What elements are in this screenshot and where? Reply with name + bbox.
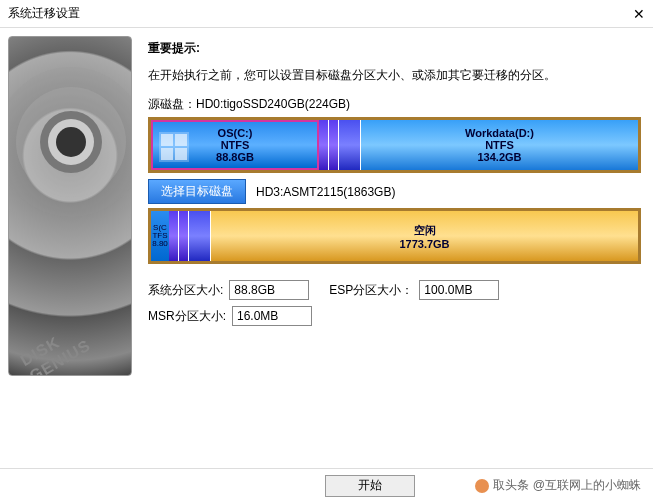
partition-gap[interactable]: [189, 211, 211, 261]
avatar-icon: [475, 479, 489, 493]
partition-gap[interactable]: [339, 120, 361, 170]
part-size: 1773.7GB: [399, 238, 449, 250]
field-msr-size: MSR分区大小:: [148, 306, 312, 326]
main-area: 重要提示: 在开始执行之前，您可以设置目标磁盘分区大小、或添加其它要迁移的分区。…: [0, 28, 653, 468]
sys-size-input[interactable]: [229, 280, 309, 300]
part-fs: NTFS: [485, 139, 514, 151]
part-size: 134.2GB: [477, 151, 521, 163]
msr-size-input[interactable]: [232, 306, 312, 326]
partition-target-os[interactable]: S(C TFS 8.80: [151, 211, 169, 261]
target-disk-bar: S(C TFS 8.80 空闲 1773.7GB: [148, 208, 641, 264]
partition-gap[interactable]: [179, 211, 189, 261]
sidebar: [0, 28, 140, 468]
label: ESP分区大小：: [329, 282, 413, 299]
partition-workdata-d[interactable]: Workdata(D:) NTFS 134.2GB: [361, 120, 638, 170]
field-sys-size: 系统分区大小:: [148, 280, 309, 300]
source-disk-label: 源磁盘：HD0:tigoSSD240GB(224GB): [148, 96, 641, 113]
target-disk-label: HD3:ASMT2115(1863GB): [256, 185, 395, 199]
footer-credit: 取头条 @互联网上的小蜘蛛: [475, 477, 641, 494]
partition-gap[interactable]: [169, 211, 179, 261]
esp-size-input[interactable]: [419, 280, 499, 300]
hint-title: 重要提示:: [148, 40, 641, 57]
partition-gap[interactable]: [319, 120, 329, 170]
source-disk-bar: OS(C:) NTFS 88.8GB Workdata(D:) NTFS 134…: [148, 117, 641, 173]
hint-text: 在开始执行之前，您可以设置目标磁盘分区大小、或添加其它要迁移的分区。: [148, 67, 641, 84]
disk-illustration: [8, 36, 132, 376]
part-name: Workdata(D:): [465, 127, 534, 139]
footer: 开始 取头条 @互联网上的小蜘蛛: [0, 468, 653, 502]
start-button[interactable]: 开始: [325, 475, 415, 497]
label: 系统分区大小:: [148, 282, 223, 299]
select-target-button[interactable]: 选择目标磁盘: [148, 179, 246, 204]
titlebar: 系统迁移设置 ✕: [0, 0, 653, 28]
partition-os-c[interactable]: OS(C:) NTFS 88.8GB: [151, 120, 319, 170]
size-fields: 系统分区大小: ESP分区大小： MSR分区大小:: [148, 280, 641, 326]
part-fs: NTFS: [221, 139, 250, 151]
target-select-row: 选择目标磁盘 HD3:ASMT2115(1863GB): [148, 179, 641, 204]
window-title: 系统迁移设置: [8, 5, 615, 22]
windows-icon: [159, 132, 189, 162]
part-name: OS(C:): [218, 127, 253, 139]
field-esp-size: ESP分区大小：: [329, 280, 499, 300]
partition-gap[interactable]: [329, 120, 339, 170]
label: MSR分区大小:: [148, 308, 226, 325]
partition-free[interactable]: 空闲 1773.7GB: [211, 211, 638, 261]
part-name: 空闲: [414, 223, 436, 238]
content-panel: 重要提示: 在开始执行之前，您可以设置目标磁盘分区大小、或添加其它要迁移的分区。…: [140, 28, 653, 468]
close-icon[interactable]: ✕: [615, 6, 645, 22]
part-size: 88.8GB: [216, 151, 254, 163]
